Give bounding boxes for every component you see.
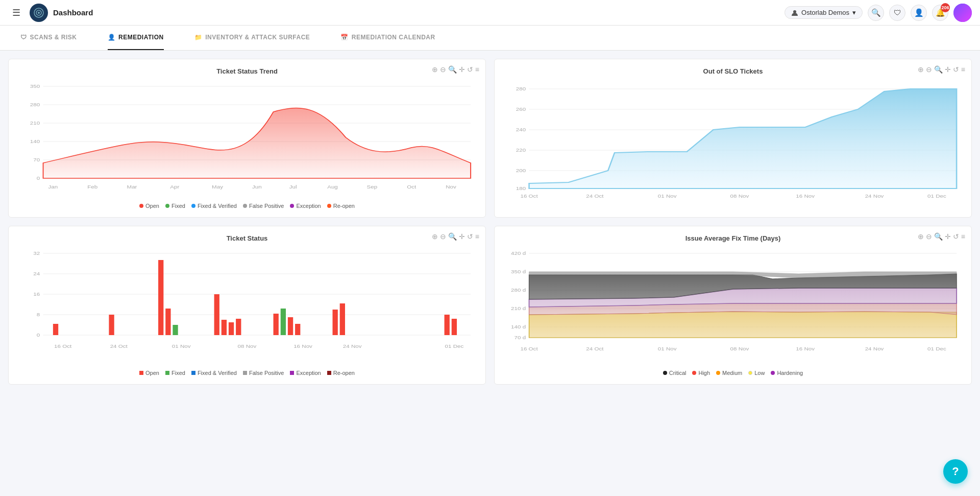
svg-text:24: 24	[33, 271, 40, 276]
ft-critical-dot	[663, 371, 667, 375]
zoom-fit-icon4[interactable]: 🔍	[934, 232, 943, 241]
crosshair-icon3[interactable]: ✛	[459, 232, 465, 241]
svg-text:16 Oct: 16 Oct	[520, 194, 537, 199]
svg-text:350: 350	[30, 84, 40, 89]
svg-text:220: 220	[516, 148, 526, 153]
menu-icon3[interactable]: ≡	[475, 232, 479, 241]
svg-text:0: 0	[37, 333, 40, 338]
svg-text:01 Nov: 01 Nov	[172, 344, 191, 349]
zoom-in-icon2[interactable]: ⊕	[918, 65, 924, 74]
legend-fp-label: False Positive	[249, 203, 284, 209]
bar-legend-fp: False Positive	[243, 370, 284, 376]
svg-text:350 d: 350 d	[511, 269, 526, 274]
shield-button[interactable]: 🛡	[889, 5, 905, 21]
zoom-out-icon2[interactable]: ⊖	[926, 65, 932, 74]
tab-scans-label: SCANS & RISK	[30, 34, 77, 41]
reset-icon2[interactable]: ↺	[953, 65, 959, 74]
reset-icon[interactable]: ↺	[467, 65, 473, 74]
main-content: Ticket Status Trend ⊕ ⊖ 🔍 ✛ ↺ ≡	[0, 51, 980, 393]
legend-exception: Exception	[290, 203, 321, 209]
svg-rect-64	[236, 319, 241, 335]
svg-rect-63	[229, 322, 234, 335]
legend-open-dot	[139, 204, 143, 208]
reset-icon4[interactable]: ↺	[953, 232, 959, 241]
zoom-fit-icon[interactable]: 🔍	[448, 65, 457, 74]
app-title: Dashboard	[53, 8, 93, 17]
notification-badge: 206	[941, 3, 950, 12]
search-button[interactable]: 🔍	[868, 5, 884, 21]
tab-calendar[interactable]: 📅 REMEDIATION CALENDAR	[340, 26, 435, 50]
org-selector[interactable]: Ostorlab Demos ▾	[785, 6, 863, 19]
zoom-in-icon[interactable]: ⊕	[432, 65, 438, 74]
zoom-fit-icon2[interactable]: 🔍	[934, 65, 943, 74]
issue-avg-fix-title: Issue Average Fix Time (Days)	[503, 234, 963, 242]
svg-text:280: 280	[516, 86, 526, 91]
svg-text:180: 180	[516, 186, 526, 191]
user-avatar[interactable]	[953, 4, 972, 22]
ft-legend-critical: Critical	[663, 370, 687, 376]
header-right: Ostorlab Demos ▾ 🔍 🛡 👤 🔔 206	[785, 4, 972, 22]
avatar-image	[953, 4, 972, 22]
calendar-nav-icon: 📅	[340, 34, 349, 41]
tab-scans[interactable]: 🛡 SCANS & RISK	[20, 26, 77, 50]
svg-rect-71	[445, 315, 450, 335]
notification-button[interactable]: 🔔 206	[932, 5, 948, 21]
svg-text:01 Dec: 01 Dec	[445, 344, 464, 349]
svg-text:8: 8	[37, 312, 40, 317]
legend-ro-label: Re-open	[333, 203, 355, 209]
bar-legend-open: Open	[139, 370, 159, 376]
tab-remediation[interactable]: 👤 REMEDIATION	[108, 26, 164, 50]
ft-medium-label: Medium	[722, 370, 742, 376]
bar-legend-ro: Re-open	[327, 370, 355, 376]
svg-text:16 Oct: 16 Oct	[520, 346, 537, 351]
person-button[interactable]: 👤	[911, 5, 927, 21]
svg-rect-60	[173, 325, 178, 335]
svg-rect-70	[340, 303, 345, 335]
svg-text:70 d: 70 d	[514, 335, 526, 340]
menu-icon4[interactable]: ≡	[961, 232, 965, 241]
legend-false-positive: False Positive	[243, 203, 284, 209]
bar-open-label: Open	[145, 370, 159, 376]
menu-icon[interactable]: ≡	[475, 65, 479, 74]
menu-button[interactable]: ☰	[8, 5, 24, 21]
legend-reopen: Re-open	[327, 203, 355, 209]
crosshair-icon4[interactable]: ✛	[945, 232, 951, 241]
ticket-status-card: Ticket Status ⊕ ⊖ 🔍 ✛ ↺ ≡ 32 24 16 8 0	[8, 226, 486, 385]
issue-avg-fix-card: Issue Average Fix Time (Days) ⊕ ⊖ 🔍 ✛ ↺ …	[494, 226, 972, 385]
legend-ro-dot	[327, 204, 331, 208]
ft-legend-medium: Medium	[716, 370, 742, 376]
ft-hardening-label: Hardening	[777, 370, 803, 376]
bar-ro-label: Re-open	[333, 370, 355, 376]
zoom-out-icon[interactable]: ⊖	[440, 65, 446, 74]
zoom-in-icon3[interactable]: ⊕	[432, 232, 438, 241]
svg-text:24 Oct: 24 Oct	[110, 344, 128, 349]
legend-exc-dot	[290, 204, 294, 208]
svg-text:01 Dec: 01 Dec	[927, 194, 946, 199]
crosshair-icon2[interactable]: ✛	[945, 65, 951, 74]
ft-legend-low: Low	[748, 370, 765, 376]
svg-text:Jul: Jul	[289, 184, 297, 190]
ft-critical-label: Critical	[669, 370, 687, 376]
menu-icon2[interactable]: ≡	[961, 65, 965, 74]
svg-text:Sep: Sep	[367, 184, 378, 190]
svg-text:24 Nov: 24 Nov	[865, 346, 885, 351]
ticket-trend-legend: Open Fixed Fixed & Verified False Positi…	[17, 203, 477, 209]
logo-icon	[33, 7, 44, 18]
zoom-out-icon3[interactable]: ⊖	[440, 232, 446, 241]
bar-fv-dot	[191, 371, 195, 375]
ft-high-dot	[692, 371, 696, 375]
tab-inventory[interactable]: 📁 INVENTORY & ATTACK SURFACE	[194, 26, 310, 50]
zoom-fit-icon3[interactable]: 🔍	[448, 232, 457, 241]
legend-fv-label: Fixed & Verified	[198, 203, 237, 209]
chart3-controls: ⊕ ⊖ 🔍 ✛ ↺ ≡	[432, 232, 479, 241]
zoom-out-icon4[interactable]: ⊖	[926, 232, 932, 241]
legend-fv-dot	[191, 204, 195, 208]
legend-fp-dot	[243, 204, 247, 208]
tab-remediation-label: REMEDIATION	[118, 34, 164, 41]
svg-text:Jan: Jan	[48, 184, 58, 190]
chart4-controls: ⊕ ⊖ 🔍 ✛ ↺ ≡	[918, 232, 965, 241]
crosshair-icon[interactable]: ✛	[459, 65, 465, 74]
reset-icon3[interactable]: ↺	[467, 232, 473, 241]
svg-rect-69	[333, 310, 338, 335]
zoom-in-icon4[interactable]: ⊕	[918, 232, 924, 241]
